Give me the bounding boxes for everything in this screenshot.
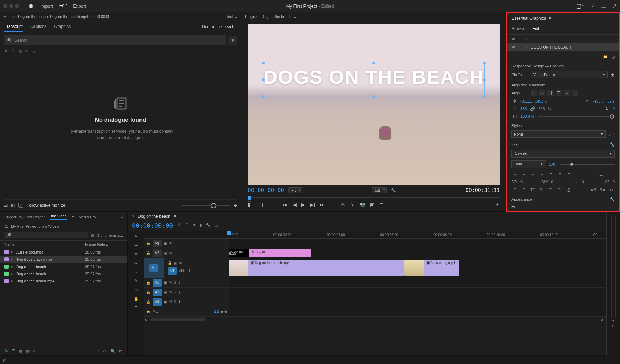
track-v2[interactable]: V2: [153, 249, 162, 257]
transcript-view2-icon[interactable]: ▥: [11, 203, 15, 208]
track-v1[interactable]: V1: [168, 267, 177, 275]
menu-export[interactable]: Export: [73, 3, 86, 9]
zoom-fit-select[interactable]: Fit: [288, 187, 302, 193]
tab-media-browser[interactable]: Media Bro: [79, 215, 96, 219]
justify-icon[interactable]: ≡: [538, 171, 545, 176]
panel-menu-icon[interactable]: ≡: [174, 214, 176, 219]
hand-tool-icon[interactable]: ✋: [133, 296, 139, 302]
step-back-icon[interactable]: ◀: [293, 202, 297, 207]
align-top-icon[interactable]: ▔: [556, 90, 562, 96]
wrench-icon[interactable]: 🔧: [391, 188, 396, 193]
wrench-icon[interactable]: 🔧: [610, 197, 615, 202]
razor-icon[interactable]: ✂: [133, 260, 139, 266]
eye-icon[interactable]: 👁: [512, 45, 515, 49]
freeform-view-icon[interactable]: ▤: [26, 349, 30, 353]
pin-to-select[interactable]: Video Frame▾: [531, 71, 608, 78]
fullscreen-icon[interactable]: ⤢: [612, 3, 617, 9]
window-traffic-lights[interactable]: [3, 4, 19, 8]
text-selection-box[interactable]: [263, 63, 485, 97]
valign-mid-icon[interactable]: ─: [589, 171, 596, 176]
tab-transcript[interactable]: Transcript: [4, 22, 23, 32]
program-scrubber[interactable]: [248, 195, 500, 200]
justify-last-left-icon[interactable]: ≣: [547, 171, 554, 176]
go-to-in-icon[interactable]: ⏮: [283, 202, 288, 207]
go-to-out-icon[interactable]: ⏭: [320, 202, 325, 207]
extract-icon[interactable]: ⇲: [350, 202, 354, 207]
track-v3[interactable]: V3: [153, 240, 162, 247]
wrench-icon[interactable]: 🔧: [610, 142, 615, 147]
video-clip-2[interactable]: ▣ Aussie dog.mp4: [404, 260, 459, 276]
list-view-icon[interactable]: ☰: [11, 349, 15, 353]
text-panel-tab[interactable]: Text: [226, 14, 233, 19]
superscript-icon[interactable]: T¹: [547, 187, 554, 192]
home-icon[interactable]: [28, 3, 34, 9]
program-timecode[interactable]: 00:00:00:00: [248, 187, 284, 193]
speaker-icon[interactable]: ▦: [18, 49, 22, 54]
share-icon[interactable]: ⇪: [590, 3, 595, 9]
sort-icon[interactable]: ≡: [97, 349, 100, 353]
style-down-icon[interactable]: ↓: [608, 132, 610, 136]
col-framerate[interactable]: Frame Rate ▴: [85, 242, 123, 247]
playhead[interactable]: [229, 231, 229, 342]
font-weight-select[interactable]: Bold▾: [512, 160, 546, 168]
panel-menu-icon[interactable]: ≡: [235, 14, 237, 19]
text-zoom-slider[interactable]: [182, 205, 230, 206]
play-icon[interactable]: ▶: [301, 202, 305, 207]
cc-icon[interactable]: ㏄: [32, 49, 36, 54]
timeline-hscroll[interactable]: ○○: [144, 317, 606, 323]
align-left-icon[interactable]: ▏: [531, 90, 537, 96]
more-icon[interactable]: ⋯: [233, 49, 237, 54]
quick-export-icon[interactable]: ▢⁺: [576, 3, 584, 9]
layer-root[interactable]: 👁T: [507, 35, 619, 43]
merge-icon[interactable]: ⧉: [25, 49, 29, 54]
rotation-field[interactable]: 0: [613, 107, 615, 111]
font-select[interactable]: Oswald▾: [512, 150, 615, 158]
type-tool-icon[interactable]: T: [133, 305, 139, 311]
faux-bold-icon[interactable]: T: [512, 187, 518, 192]
project-search-input[interactable]: 🔎: [4, 232, 88, 238]
allcaps-icon[interactable]: TT: [529, 187, 536, 192]
sequence-name[interactable]: Dog on the beach: [138, 214, 170, 219]
scale-w-field[interactable]: 385: [520, 107, 527, 111]
track-a3[interactable]: A3: [153, 298, 162, 306]
opacity-slider[interactable]: [538, 116, 613, 117]
anchor-y-field[interactable]: 92.7: [608, 99, 615, 103]
automate-icon[interactable]: ▭: [103, 349, 107, 353]
valign-top-icon[interactable]: ▔: [580, 171, 587, 176]
track-mix[interactable]: Mix: [153, 310, 158, 313]
wrench-icon[interactable]: 🔧: [206, 223, 211, 228]
subscript-icon[interactable]: T₁: [556, 187, 563, 192]
pause-icon[interactable]: ⏸: [4, 49, 8, 54]
step-forward-icon[interactable]: ▶|: [310, 202, 315, 207]
style-select[interactable]: None▾: [512, 130, 606, 138]
follow-monitor-checkbox[interactable]: ✔: [18, 203, 23, 208]
menu-edit[interactable]: Edit: [59, 3, 67, 9]
close-sequence-icon[interactable]: ×: [132, 214, 134, 219]
button-editor-icon[interactable]: ＋: [495, 202, 500, 208]
marker-tool-icon[interactable]: ▼: [192, 223, 196, 228]
time-ruler[interactable]: :00:0000:00:02:0000:00:04:0000:00:06:000…: [144, 231, 606, 239]
anchor-x-field[interactable]: -166.9: [593, 99, 604, 103]
tab-graphics[interactable]: Graphics: [54, 22, 71, 32]
track-a1[interactable]: A1: [153, 279, 162, 287]
align-vcenter-icon[interactable]: ╋: [564, 90, 570, 96]
lift-icon[interactable]: ⇱: [341, 202, 345, 207]
pos-x-field[interactable]: -311.1: [520, 99, 532, 103]
video-clip-1[interactable]: ▣ Dog on the beach.mp4: [229, 260, 404, 276]
font-size-field[interactable]: 100: [549, 162, 555, 167]
valign-bot-icon[interactable]: ▁: [598, 171, 604, 176]
menu-import[interactable]: Import: [40, 3, 53, 9]
underline-icon[interactable]: T: [565, 187, 572, 192]
col-name[interactable]: Name: [4, 242, 85, 247]
safe-margins-icon[interactable]: ▢: [379, 202, 384, 207]
rtl-icon[interactable]: ¶◀: [599, 187, 606, 192]
eye-icon[interactable]: 👁: [512, 37, 515, 41]
justify-last-right-icon[interactable]: ≣: [565, 171, 572, 176]
scale-h-field[interactable]: 385: [538, 107, 545, 111]
mark-out-icon[interactable]: }: [262, 202, 264, 207]
style-up-icon[interactable]: ↑: [613, 132, 615, 136]
breadcrumb-path[interactable]: My First Project.prproj\Video: [11, 224, 59, 228]
pen-tool-icon[interactable]: ✎: [133, 278, 139, 284]
track-a2[interactable]: A2: [153, 289, 162, 296]
project-item[interactable]: ▹Dog on the beach.mp429.97 fps: [0, 277, 127, 285]
